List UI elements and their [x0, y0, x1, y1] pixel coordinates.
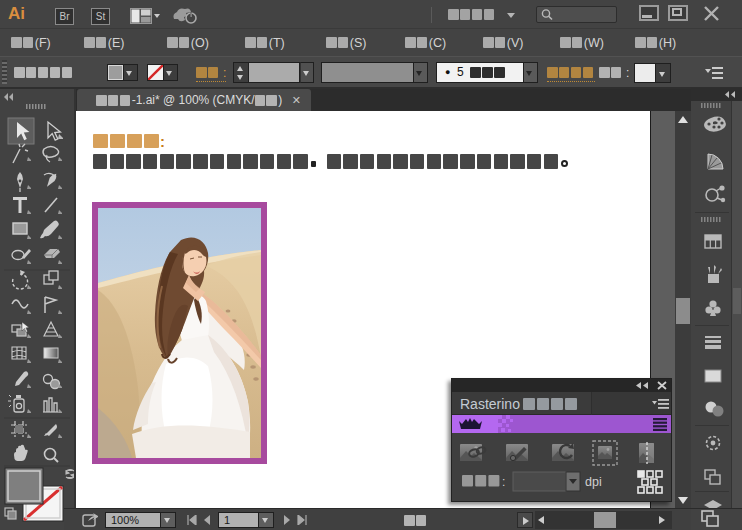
svg-text::: : [502, 475, 505, 489]
svg-text:dpi: dpi [585, 475, 602, 489]
